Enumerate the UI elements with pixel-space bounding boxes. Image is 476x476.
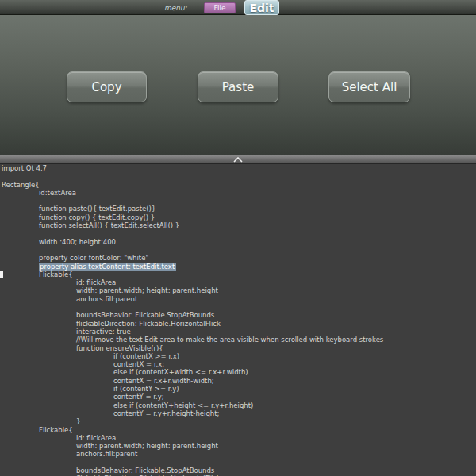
code-line: [0, 197, 476, 205]
code-text: function paste(){ textEdit.paste()}: [39, 205, 155, 213]
copy-button[interactable]: Copy: [67, 71, 147, 102]
code-text: anchors.fill:parent: [76, 450, 137, 458]
code-text: Flickable{: [39, 426, 73, 434]
code-line: else if (contentX+width <= r.x+r.width): [0, 368, 476, 376]
code-line: function paste(){ textEdit.paste()}: [0, 205, 476, 213]
file-menu-button[interactable]: File: [204, 2, 236, 13]
text-cursor: [0, 271, 3, 278]
code-line: contentY = r.y;: [0, 393, 476, 401]
code-text: anchors.fill:parent: [76, 295, 137, 303]
code-text: contentX = r.x+r.width-width;: [113, 377, 214, 385]
chevron-up-icon: [233, 157, 243, 163]
code-line: [0, 172, 476, 180]
paste-button[interactable]: Paste: [198, 71, 278, 102]
code-line: interactive: true: [0, 328, 476, 336]
code-text: [2, 172, 4, 180]
code-text: [2, 229, 4, 237]
code-text: function ensureVisible(r){: [76, 344, 163, 352]
code-text: [2, 197, 4, 205]
code-text: else if (contentY+height <= r.y+r.height…: [113, 401, 253, 409]
code-line: if (contentY >= r.y): [0, 385, 476, 393]
code-line: Flickable{: [0, 426, 476, 434]
menu-label: menu:: [164, 4, 187, 12]
code-text: boundsBehavior: Flickable.StopAtBounds: [76, 311, 214, 319]
code-text: contentX = r.x;: [113, 360, 164, 368]
code-text: contentY = r.y;: [113, 393, 164, 401]
code-text: property color fontColor: "white": [39, 254, 148, 262]
code-text: [2, 246, 4, 254]
code-line: id:textArea: [0, 189, 476, 197]
code-line: }: [0, 417, 476, 425]
code-line: [0, 229, 476, 237]
code-line: function ensureVisible(r){: [0, 344, 476, 352]
code-line: Rectangle{: [0, 181, 476, 189]
code-line: boundsBehavior: Flickable.StopAtBounds: [0, 466, 476, 474]
code-text: width: parent.width; height: parent.heig…: [76, 442, 218, 450]
code-line: function selectAll() { textEdit.selectAl…: [0, 221, 476, 229]
code-line: width: parent.width; height: parent.heig…: [0, 442, 476, 450]
menu-bar: menu: File Edit: [0, 0, 476, 15]
code-text: //Will move the text Edit area to make t…: [76, 336, 383, 344]
code-text: boundsBehavior: Flickable.StopAtBounds: [76, 466, 214, 474]
code-text: width :400; height:400: [39, 238, 116, 246]
code-text: }: [76, 417, 80, 425]
code-text: [2, 303, 4, 311]
code-text: function selectAll() { textEdit.selectAl…: [39, 221, 179, 229]
app-window: menu: File Edit CopyPasteSelect All impo…: [0, 0, 476, 476]
code-text: else if (contentX+width <= r.x+r.width): [113, 368, 248, 376]
code-text: Flickable{: [39, 271, 73, 278]
select-all-button[interactable]: Select All: [328, 71, 410, 102]
splitter-handle[interactable]: [0, 155, 476, 164]
code-line: anchors.fill:parent: [0, 295, 476, 303]
code-line: import Qt 4.7: [0, 164, 476, 172]
code-line: width: parent.width; height: parent.heig…: [0, 286, 476, 294]
code-line: contentY = r.y+r.height-height;: [0, 409, 476, 417]
toolbar: CopyPasteSelect All: [0, 15, 476, 155]
code-line: property color fontColor: "white": [0, 254, 476, 262]
code-lines-container: import Qt 4.7 Rectangle{id:textArea func…: [0, 164, 476, 476]
code-text: width: parent.width; height: parent.heig…: [76, 286, 218, 294]
code-text: import Qt 4.7: [2, 164, 47, 172]
code-line: contentX = r.x;: [0, 360, 476, 368]
code-line: anchors.fill:parent: [0, 450, 476, 458]
code-line: [0, 459, 476, 466]
code-text: [2, 459, 4, 466]
code-text: if (contentY >= r.y): [113, 385, 179, 393]
code-text: id: flickArea: [76, 434, 116, 442]
code-line-selected: property alias textContent: textEdit.tex…: [0, 263, 476, 271]
code-line: width :400; height:400: [0, 238, 476, 246]
code-text: interactive: true: [76, 328, 131, 336]
code-text: if (contentX >= r.x): [113, 352, 179, 360]
edit-menu-button[interactable]: Edit: [244, 0, 279, 15]
code-line: Flickable{: [0, 271, 476, 278]
code-line: id: flickArea: [0, 434, 476, 442]
code-line: flickableDirection: Flickable.Horizontal…: [0, 320, 476, 328]
code-text: contentY = r.y+r.height-height;: [113, 409, 219, 417]
code-line: if (contentX >= r.x): [0, 352, 476, 360]
code-line: [0, 246, 476, 254]
code-line: else if (contentY+height <= r.y+r.height…: [0, 401, 476, 409]
code-text: function copy() { textEdit.copy() }: [39, 213, 155, 221]
code-text: id: flickArea: [76, 278, 116, 286]
code-line: contentX = r.x+r.width-width;: [0, 377, 476, 385]
code-line: boundsBehavior: Flickable.StopAtBounds: [0, 311, 476, 319]
code-text: Rectangle{: [2, 181, 40, 189]
code-line: //Will move the text Edit area to make t…: [0, 336, 476, 344]
code-text: flickableDirection: Flickable.Horizontal…: [76, 320, 221, 328]
code-editor[interactable]: import Qt 4.7 Rectangle{id:textArea func…: [0, 164, 476, 476]
code-line: [0, 303, 476, 311]
code-line: function copy() { textEdit.copy() }: [0, 213, 476, 221]
code-line: id: flickArea: [0, 278, 476, 286]
code-text: id:textArea: [39, 189, 76, 197]
